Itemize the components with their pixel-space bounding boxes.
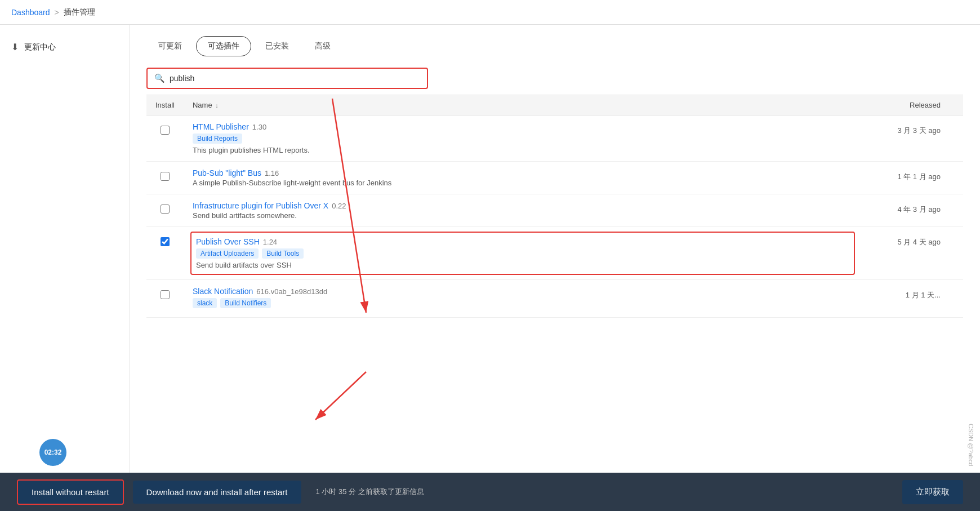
col-header-released: Released <box>862 95 963 115</box>
plugin-description: Send build artifacts somewhere. <box>193 211 853 220</box>
plugin-released: 4 年 3 月 ago <box>862 194 963 227</box>
plugin-released: 1 月 1 天... <box>862 280 963 318</box>
plugin-checkbox[interactable] <box>161 172 170 181</box>
search-area: 🔍 <box>130 56 980 95</box>
plugin-released: 3 月 3 天 ago <box>862 115 963 162</box>
plugin-version: 616.v0ab_1e98d13dd <box>256 287 327 296</box>
download-icon: ⬇ <box>11 42 19 52</box>
tab-available[interactable]: 可选插件 <box>196 36 251 56</box>
sort-arrow-icon: ↓ <box>215 102 219 109</box>
tabs-bar: 可更新 可选插件 已安装 高级 <box>130 25 980 56</box>
plugin-table-wrapper: Install Name ↓ Released HTML Publisher1.… <box>130 95 980 318</box>
plugin-released: 1 年 1 月 ago <box>862 162 963 194</box>
plugin-tag[interactable]: Build Tools <box>262 248 304 259</box>
plugin-tag[interactable]: slack <box>193 298 217 308</box>
update-status-text: 1 小时 35 分 之前获取了更新信息 <box>316 487 893 497</box>
search-icon: 🔍 <box>154 73 165 83</box>
tab-updates[interactable]: 可更新 <box>146 36 194 56</box>
breadcrumb-current: 插件管理 <box>64 7 95 17</box>
plugin-name[interactable]: HTML Publisher <box>193 122 249 131</box>
plugin-version: 1.24 <box>263 238 277 246</box>
plugin-tag[interactable]: Build Notifiers <box>220 298 271 308</box>
col-header-name: Name ↓ <box>184 95 862 115</box>
main-content: 可更新 可选插件 已安装 高级 🔍 Install Name ↓ <box>130 25 980 511</box>
table-row: HTML Publisher1.30Build ReportsThis plug… <box>146 115 963 162</box>
breadcrumb: Dashboard > 插件管理 <box>11 7 95 17</box>
breadcrumb-separator: > <box>55 8 59 17</box>
plugin-description: Send build artifacts over SSH <box>196 261 849 269</box>
sidebar: ⬇ 更新中心 <box>0 25 130 511</box>
download-after-restart-button[interactable]: Download now and install after restart <box>133 481 301 504</box>
plugin-checkbox[interactable] <box>161 205 170 214</box>
install-without-restart-button[interactable]: Install without restart <box>17 479 124 505</box>
breadcrumb-dashboard[interactable]: Dashboard <box>11 8 50 17</box>
watermark: CSDN @?abcd <box>968 424 974 466</box>
plugin-name[interactable]: Publish Over SSH <box>196 237 260 246</box>
plugin-name[interactable]: Infrastructure plugin for Publish Over X <box>193 201 328 210</box>
sidebar-item-label: 更新中心 <box>24 42 56 52</box>
search-box: 🔍 <box>146 68 428 89</box>
search-input[interactable] <box>170 74 420 83</box>
plugin-description: This plugin publishes HTML reports. <box>193 146 853 154</box>
plugin-tag[interactable]: Build Reports <box>193 134 242 144</box>
plugin-description: A simple Publish-Subscribe light-weight … <box>193 179 853 187</box>
tab-installed[interactable]: 已安装 <box>253 36 301 56</box>
plugin-version: 1.30 <box>252 123 266 131</box>
immediate-fetch-button[interactable]: 立即获取 <box>902 480 963 504</box>
table-row: Slack Notification616.v0ab_1e98d13ddslac… <box>146 280 963 318</box>
plugin-version: 0.22 <box>332 202 346 210</box>
plugin-name[interactable]: Pub-Sub "light" Bus <box>193 168 261 177</box>
plugin-table: Install Name ↓ Released HTML Publisher1.… <box>146 95 963 318</box>
plugin-released: 5 月 4 天 ago <box>862 227 963 280</box>
plugin-checkbox[interactable] <box>161 290 170 299</box>
plugin-name[interactable]: Slack Notification <box>193 287 253 296</box>
bottom-bar: Install without restart Download now and… <box>0 473 980 511</box>
table-row: Pub-Sub "light" Bus1.16A simple Publish-… <box>146 162 963 194</box>
table-row: Publish Over SSH1.24Artifact UploadersBu… <box>146 227 963 280</box>
col-header-install: Install <box>146 95 184 115</box>
plugin-version: 1.16 <box>265 169 279 177</box>
table-row: Infrastructure plugin for Publish Over X… <box>146 194 963 227</box>
plugin-checkbox[interactable] <box>161 237 170 246</box>
plugin-checkbox[interactable] <box>161 126 170 135</box>
top-bar: Dashboard > 插件管理 <box>0 0 980 25</box>
time-badge: 02:32 <box>39 439 66 466</box>
plugin-tag[interactable]: Artifact Uploaders <box>196 248 259 259</box>
sidebar-item-update-center[interactable]: ⬇ 更新中心 <box>0 36 129 58</box>
tab-advanced[interactable]: 高级 <box>303 36 342 56</box>
